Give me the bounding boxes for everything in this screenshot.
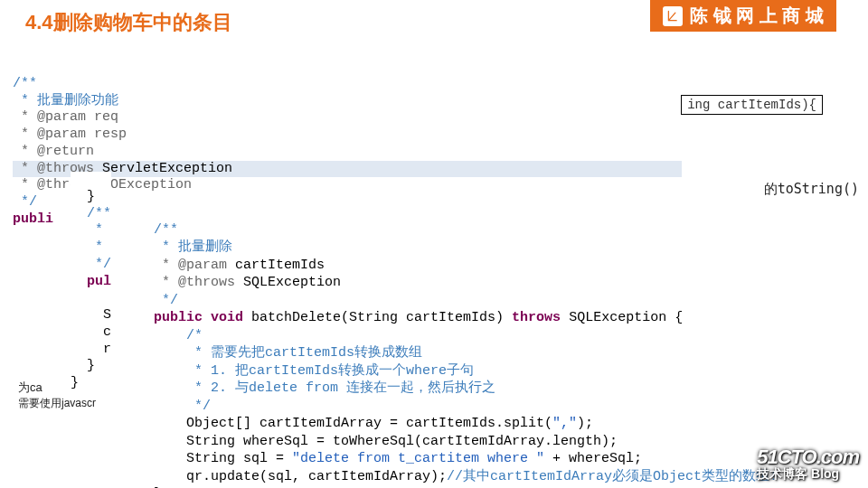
- comment-line: * 需要先把cartItemIds转换成数组: [154, 345, 422, 361]
- comment-line: * 1. 把cartItemIds转换成一个where子句: [154, 363, 474, 379]
- javadoc-line: *: [71, 222, 103, 238]
- note-line: 需要使用javascr: [18, 396, 96, 411]
- javadoc-line: /**: [71, 206, 111, 221]
- note-line: 为ca: [18, 380, 96, 396]
- code-line: String sql = "delete from t_cartitem whe…: [154, 451, 642, 466]
- comment-line: */: [154, 399, 211, 414]
- code-line: }: [71, 189, 95, 204]
- method-signature: public void batchDelete(String cartItemI…: [154, 310, 683, 325]
- javadoc-line: * @param cartItemIds: [154, 258, 325, 273]
- javadoc-line: /**: [154, 222, 178, 238]
- javadoc-line: * @return: [13, 144, 94, 159]
- javadoc-line: *: [71, 239, 103, 255]
- banner-icon: ⟀: [663, 6, 683, 26]
- comment-line: * 2. 与delete from 连接在一起，然后执行之: [154, 380, 495, 396]
- code-line: publi: [13, 211, 53, 227]
- highlighted-line: * @throws ServletException: [13, 161, 682, 178]
- banner-text: 陈 钺 网 上 商 城: [690, 4, 824, 28]
- comment-line: /*: [154, 328, 203, 343]
- code-line: c: [71, 324, 111, 340]
- code-line: Object[] cartItemIdArray = cartItemIds.s…: [154, 416, 593, 431]
- code-block-main: /** * 批量删除 * @param cartItemIds * @throw…: [154, 203, 778, 488]
- javadoc-line: * @throws SQLException: [154, 275, 341, 290]
- code-line: r: [71, 342, 111, 357]
- code-line: S: [71, 307, 111, 323]
- javadoc-line: * @param resp: [13, 127, 127, 142]
- note-fragment: 为ca 需要使用javascr: [18, 380, 96, 411]
- javadoc-line: * @param req: [13, 109, 118, 125]
- code-fragment-mid: 的toString(): [764, 181, 859, 198]
- javadoc-line: * 批量删除: [154, 239, 232, 255]
- code-line: }: [71, 358, 95, 373]
- javadoc-line: */: [154, 293, 178, 308]
- code-line: qr.update(sql, cartItemIdArray);//其中cart…: [154, 469, 778, 484]
- watermark: 51CTO.com 技术博客 Blog: [757, 446, 859, 481]
- top-banner: ⟀ 陈 钺 网 上 商 城: [650, 0, 836, 32]
- watermark-sub: 技术博客 Blog: [757, 467, 859, 481]
- code-fragment-top: ing cartItemIds){: [681, 95, 823, 115]
- section-title: 4.4删除购物车中的条目: [25, 9, 232, 36]
- watermark-domain: 51CTO.com: [757, 446, 859, 467]
- code-line: pul: [71, 274, 111, 289]
- code-line: String whereSql = toWhereSql(cartItemIdA…: [154, 434, 618, 449]
- javadoc-line: */: [13, 194, 37, 210]
- javadoc-line: * 批量删除功能: [13, 93, 118, 108]
- javadoc-line: /**: [13, 76, 37, 91]
- javadoc-line: */: [71, 257, 111, 272]
- code-block-middle: } /** * * */ pul S c r } }: [71, 172, 111, 392]
